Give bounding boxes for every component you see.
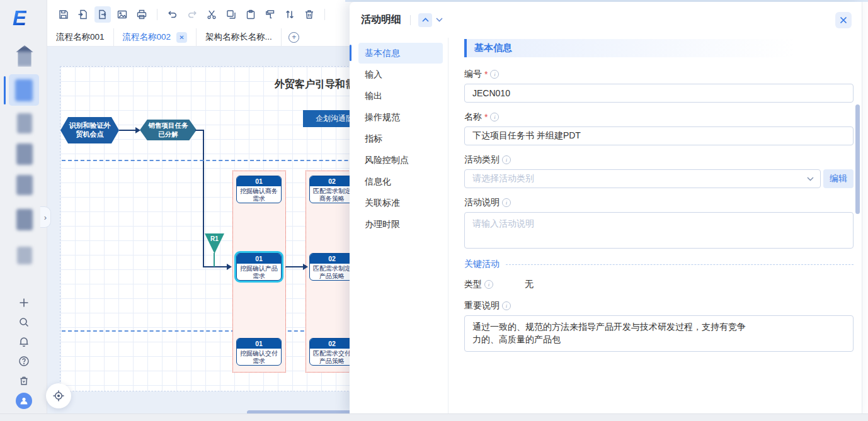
plus-circle-icon: +	[288, 32, 299, 43]
panel-title: 活动明细	[361, 13, 401, 26]
process-box[interactable]: 02 匹配需求制定商务策略	[309, 176, 355, 203]
import-file-button[interactable]	[75, 6, 91, 23]
sidebar-home-icon[interactable]	[16, 45, 33, 67]
app-window: E	[0, 0, 868, 421]
info-icon: i	[502, 301, 511, 310]
nav-risk-control[interactable]: 风险控制点	[358, 150, 443, 171]
swap-button[interactable]	[282, 6, 298, 23]
sidebar-item-icon[interactable]	[16, 175, 33, 195]
panel-content: 基本信息 编号 * i 名称 * i 活动类别 i	[448, 38, 862, 414]
panel-scrollbar[interactable]	[855, 104, 860, 214]
connector-line	[203, 130, 204, 267]
activity-detail-panel: 活动明细 基本信息 输入 输出 操作规范 指标 风险控制点 信息化 关联标准	[350, 2, 862, 414]
nav-input[interactable]: 输入	[358, 64, 443, 85]
tab-process-002[interactable]: 流程名称002 ✕	[114, 28, 197, 46]
nav-indicator[interactable]: 指标	[358, 128, 443, 149]
event-hexagon[interactable]: 识别和验证外贸机会点	[60, 117, 119, 143]
export-file-button[interactable]	[94, 6, 111, 23]
process-box[interactable]: 01 挖掘确认交付需求	[236, 338, 282, 366]
process-box[interactable]: 02 匹配需求交付产品策略	[309, 338, 355, 366]
diagram-title: 外贸客户引导和需	[275, 78, 355, 91]
risk-point-r1[interactable]: R1	[205, 233, 224, 254]
label-text: 编号	[464, 69, 482, 80]
tab-architecture[interactable]: 架构名称长名称...	[197, 28, 282, 46]
delete-button[interactable]	[301, 6, 317, 23]
nav-operation-spec[interactable]: 操作规范	[358, 107, 443, 128]
user-avatar[interactable]	[16, 393, 32, 409]
nav-basic-info[interactable]: 基本信息	[358, 43, 443, 64]
status-bar	[0, 413, 868, 421]
tab-close-icon[interactable]: ✕	[176, 32, 187, 43]
search-icon[interactable]	[16, 315, 31, 330]
desc-textarea[interactable]	[464, 212, 854, 249]
important-textarea[interactable]: 通过一致的、规范的方法来指导产品开发与技术研发过程，支持有竞争 力的、高质量的产…	[464, 315, 854, 352]
format-brush-button[interactable]	[262, 6, 278, 23]
code-label: 编号 * i	[464, 69, 854, 80]
category-label: 活动类别 i	[464, 154, 854, 166]
locate-button[interactable]	[46, 383, 71, 408]
chevron-up-icon[interactable]	[418, 13, 432, 27]
box-number: 02	[310, 254, 354, 264]
connector-line	[214, 253, 215, 267]
name-label: 名称 * i	[464, 111, 854, 123]
label-text: 名称	[464, 111, 482, 123]
sidebar-expand-handle[interactable]: ›	[40, 206, 51, 228]
sidebar-item-icon[interactable]	[16, 143, 33, 165]
nav-time-limit[interactable]: 办理时限	[358, 214, 443, 235]
box-label: 挖掘确认商务需求	[237, 186, 281, 203]
code-input[interactable]	[464, 84, 854, 103]
chevron-down-icon[interactable]	[432, 13, 446, 27]
add-tab-button[interactable]: +	[282, 28, 307, 46]
toolbar-divider	[324, 9, 325, 20]
right-gutter	[862, 0, 868, 413]
sidebar-item-icon[interactable]	[17, 247, 32, 264]
event-hexagon[interactable]: 销售项目任务已分解	[140, 120, 197, 140]
desc-label: 活动说明 i	[464, 197, 854, 208]
nav-output[interactable]: 输出	[358, 86, 443, 106]
sidebar-item-icon[interactable]	[17, 113, 32, 133]
info-icon: i	[502, 155, 511, 164]
tab-label: 流程名称001	[56, 31, 105, 43]
undo-button[interactable]	[164, 6, 181, 23]
save-button[interactable]	[55, 6, 72, 23]
cut-button[interactable]	[203, 6, 220, 23]
section-basic-info: 基本信息	[464, 39, 854, 57]
nav-informatization[interactable]: 信息化	[358, 171, 443, 192]
name-input[interactable]	[464, 126, 854, 145]
paste-button[interactable]	[243, 6, 259, 23]
box-label: 挖掘确认产品需求	[237, 264, 281, 281]
box-number: 01	[237, 176, 281, 186]
bell-icon[interactable]	[16, 334, 31, 349]
toolbar-divider	[157, 9, 157, 20]
help-icon[interactable]	[16, 354, 31, 369]
close-icon[interactable]	[835, 12, 852, 28]
sidebar-selected-indicator	[4, 76, 6, 104]
section-accent-bar	[464, 39, 467, 57]
key-activity-title: 关键活动	[464, 259, 500, 270]
connector-line	[119, 130, 136, 131]
edit-button[interactable]: 编辑	[823, 169, 854, 188]
type-label: 类型	[464, 279, 482, 290]
tab-label: 流程名称002	[123, 31, 171, 43]
info-icon: i	[490, 113, 499, 121]
add-icon[interactable]	[16, 295, 31, 310]
key-activity-section: 关键活动	[464, 259, 854, 270]
recycle-bin-icon[interactable]	[16, 373, 31, 388]
process-box[interactable]: 02 匹配需求制定产品策略	[309, 253, 355, 281]
info-icon: i	[490, 70, 499, 79]
nav-related-standard[interactable]: 关联标准	[358, 193, 443, 213]
print-button[interactable]	[134, 6, 150, 23]
info-icon: i	[502, 198, 511, 207]
type-row: 类型 i 无	[464, 279, 854, 290]
copy-button[interactable]	[223, 6, 239, 23]
export-image-button[interactable]	[114, 6, 130, 23]
arrowhead-icon	[303, 264, 308, 270]
header-divider	[410, 15, 411, 25]
category-select[interactable]: 请选择活动类别	[464, 169, 821, 188]
process-box[interactable]: 01 挖掘确认商务需求	[236, 176, 282, 203]
label-text: 活动说明	[464, 197, 500, 208]
process-box-selected[interactable]: 01 挖掘确认产品需求	[236, 253, 282, 281]
tab-process-001[interactable]: 流程名称001	[47, 28, 114, 46]
redo-button[interactable]	[184, 6, 200, 23]
sidebar-item-icon[interactable]	[16, 209, 33, 230]
